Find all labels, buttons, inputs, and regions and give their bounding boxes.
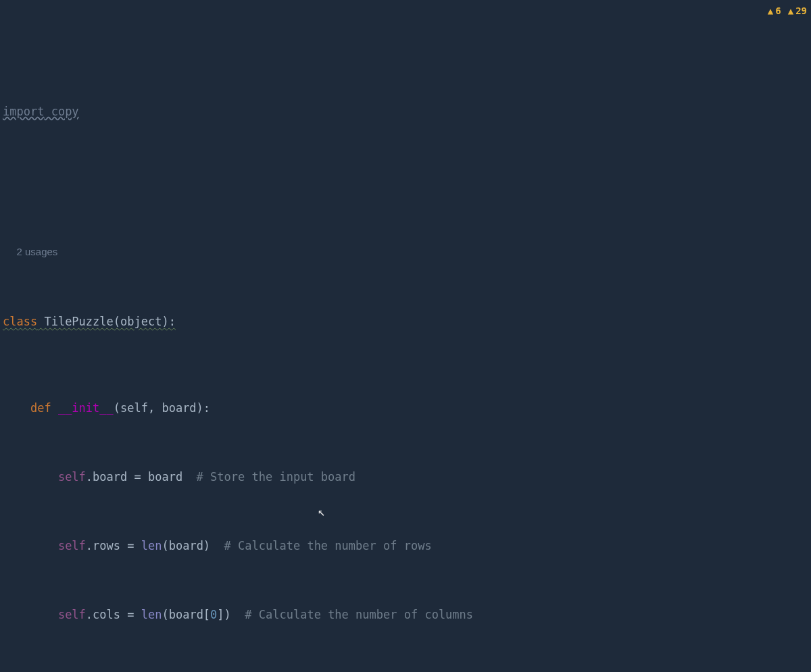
comment: # Calculate the number of columns (245, 608, 473, 621)
blank-line[interactable] (3, 172, 811, 190)
assign: .board = board (86, 470, 197, 484)
error-count: 6 (775, 3, 781, 20)
warning-triangle-icon: ▲ (768, 3, 773, 20)
comment: # Calculate the number of rows (224, 539, 432, 552)
args: ]) (217, 608, 245, 621)
builtin-len: len (141, 539, 162, 552)
warning-indicator[interactable]: ▲ 29 (788, 3, 807, 20)
keyword-def: def (3, 401, 58, 415)
args: (board[ (162, 608, 210, 621)
class-name: TilePuzzle (37, 315, 114, 328)
keyword-class: class (3, 315, 37, 328)
mouse-cursor-icon: ↖ (318, 503, 325, 521)
assign: .cols = (86, 608, 141, 621)
self-ref: self (58, 470, 86, 484)
assign: .rows = (86, 539, 141, 552)
method-init: __init__ (58, 401, 114, 415)
code-line[interactable]: self.rows = len(board) # Calculate the n… (3, 538, 811, 555)
inspections-widget[interactable]: ▲ 6 ▲ 29 (768, 3, 807, 20)
code-editor[interactable]: ▲ 6 ▲ 29 import copy 2 usages class Tile… (0, 0, 811, 672)
keyword-import: import (3, 105, 44, 118)
warning-triangle-icon: ▲ (788, 3, 793, 20)
code-line[interactable]: import copy (3, 103, 811, 121)
builtin-len: len (141, 608, 162, 621)
warning-count: 29 (795, 3, 807, 20)
self-ref: self (58, 608, 86, 621)
self-ref: self (58, 539, 86, 552)
module-name: copy (44, 105, 78, 118)
error-indicator[interactable]: ▲ 6 (768, 3, 781, 20)
comment: # Store the input board (197, 470, 355, 484)
code-line[interactable]: class TilePuzzle(object): (3, 313, 811, 331)
code-line[interactable]: self.cols = len(board[0]) # Calculate th… (3, 606, 811, 624)
method-signature: (self, board): (114, 401, 210, 415)
code-line[interactable]: def __init__(self, board): (3, 400, 811, 417)
code-line[interactable]: self.board = board # Store the input boa… (3, 469, 811, 486)
args: (board) (162, 539, 224, 552)
usage-hint[interactable]: 2 usages (16, 243, 57, 261)
number-literal: 0 (210, 608, 217, 621)
class-bases: (object): (114, 315, 176, 328)
